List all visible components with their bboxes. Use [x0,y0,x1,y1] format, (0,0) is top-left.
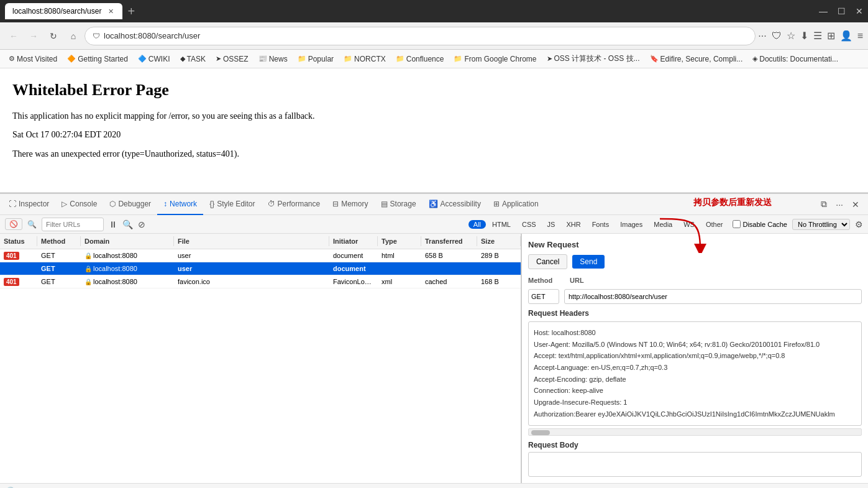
bookmark-docutils[interactable]: ◈ Docutils: Documentati... [749,53,842,65]
security-icon: 🛡 [93,32,100,40]
bookmark-cwiki[interactable]: 🔷 CWIKI [134,53,174,65]
filter-input[interactable] [42,218,104,231]
col-initiator[interactable]: Initiator [329,236,378,246]
bookmark-norctx[interactable]: 📁 NORCTX [340,53,390,65]
scrollbar-thumb[interactable] [531,430,550,435]
disable-cache-checkbox[interactable]: Disable Cache [733,220,787,228]
col-file[interactable]: File [174,236,329,246]
tab-console[interactable]: ▷ Console [55,194,103,215]
bookmark-news[interactable]: 📰 News [255,53,291,65]
url-input[interactable] [564,289,862,304]
shield-button[interactable]: 🛡 [772,30,782,42]
table-row[interactable]: 401 GET 🔒localhost:8080 favicon.ico Favi… [0,275,521,288]
cell-method: GET [37,262,81,275]
address-bar: ← → ↻ ⌂ 🛡 localhost:8080/search/user ···… [0,22,868,50]
cell-file: favicon.ico [174,275,329,288]
no-requests-button[interactable]: ⊘ [138,219,145,229]
bookmark-icon: 🔖 [650,55,659,63]
devtools-close-button[interactable]: ✕ [849,197,862,212]
minimize-button[interactable]: — [819,6,828,16]
body-box[interactable] [528,452,862,477]
library-button[interactable]: ☰ [813,30,822,42]
status-bar: 🕐 3 requests 457 B / 658 B transferred F… [0,483,868,489]
download-button[interactable]: ⬇ [800,30,808,42]
throttle-select[interactable]: No Throttling [792,219,850,230]
console-icon: ▷ [62,200,67,208]
profile-button[interactable]: 👤 [840,30,852,42]
bookmark-ossez[interactable]: ➤ OSSEZ [212,53,252,65]
headers-box[interactable]: Host: localhost:8080 User-Agent: Mozilla… [528,321,862,426]
cancel-button[interactable]: Cancel [528,254,567,269]
bookmark-most-visited[interactable]: ⚙ Most Visited [5,53,61,65]
devtools-more-button[interactable]: ··· [833,197,846,212]
headers-label: Request Headers [528,309,862,318]
body-label: Request Body [528,441,862,449]
lock-icon: 🔒 [85,252,92,259]
method-input[interactable] [528,289,559,304]
close-window-button[interactable]: ✕ [856,6,863,16]
cell-status [0,266,37,271]
tab-inspector[interactable]: ⛶ Inspector [2,194,55,215]
bookmark-label: Most Visited [17,55,57,63]
bookmarks-bar: ⚙ Most Visited 🔶 Getting Started 🔷 CWIKI… [0,50,868,68]
col-transferred[interactable]: Transferred [421,236,477,246]
tab-network[interactable]: ↕ Network [157,194,203,215]
tab-accessibility[interactable]: ♿ Accessibility [423,194,487,215]
tab-storage[interactable]: ▤ Storage [375,194,423,215]
more-button[interactable]: ··· [758,30,766,42]
forward-button[interactable]: → [25,27,42,45]
tab-application[interactable]: ⊞ Application [487,194,545,215]
bookmark-task[interactable]: ◆ TASK [176,53,209,65]
pause-button[interactable]: ⏸ [109,219,117,229]
new-tab-button[interactable]: + [127,4,135,19]
extensions-button[interactable]: ⊞ [827,30,835,42]
clear-button[interactable]: 🚫 [5,218,22,230]
filter-css[interactable]: CSS [517,220,541,229]
bookmark-confluence[interactable]: 📁 Confluence [392,53,448,65]
bookmark-oss[interactable]: ➤ OSS 计算技术 - OSS 技... [543,52,644,65]
url-bar[interactable]: 🛡 localhost:8080/search/user [85,27,756,45]
col-type[interactable]: Type [378,236,421,246]
col-domain[interactable]: Domain [81,236,174,246]
filter-images[interactable]: Images [615,220,647,229]
bookmark-icon: ◈ [752,55,757,63]
maximize-button[interactable]: ☐ [838,6,846,16]
refresh-button[interactable]: ↻ [45,27,62,45]
bookmark-getting-started[interactable]: 🔶 Getting Started [63,53,132,65]
horizontal-scrollbar[interactable] [528,428,862,436]
filter-js[interactable]: JS [542,220,560,229]
tab-close-button[interactable]: ✕ [106,7,115,16]
filter-html[interactable]: HTML [487,220,516,229]
devtools-popout-button[interactable]: ⧉ [818,196,829,212]
send-button[interactable]: Send [572,255,605,269]
table-row[interactable]: GET 🔒localhost:8080 user document [0,262,521,275]
bookmark-popular[interactable]: 📁 Popular [294,53,337,65]
bookmark-icon: 📁 [344,55,352,63]
col-size[interactable]: Size [477,236,521,246]
back-button[interactable]: ← [5,27,22,45]
filter-all[interactable]: All [468,220,486,229]
tab-debugger[interactable]: ⬡ Debugger [103,194,157,215]
application-icon: ⊞ [493,200,500,208]
tab-performance[interactable]: ⏱ Performance [262,194,327,215]
filter-xhr[interactable]: XHR [561,220,585,229]
bookmark-from-chrome[interactable]: 📁 From Google Chrome [450,53,540,65]
search-button[interactable]: 🔍 [122,219,133,229]
star-button[interactable]: ☆ [787,30,795,42]
performance-label: Performance [278,200,321,208]
tab-style-editor[interactable]: {} Style Editor [203,194,261,215]
table-row[interactable]: 401 GET 🔒localhost:8080 user document ht… [0,249,521,262]
home-button[interactable]: ⌂ [65,27,82,45]
method-url-input-row [528,289,862,304]
filter-fonts[interactable]: Fonts [587,220,614,229]
menu-button[interactable]: ≡ [857,30,863,42]
cell-method: GET [37,249,81,262]
window-controls: — ☐ ✕ [819,6,863,16]
col-method[interactable]: Method [37,236,81,246]
active-tab[interactable]: localhost:8080/search/user ✕ [5,3,122,19]
col-status[interactable]: Status [0,236,37,246]
bookmark-edifire[interactable]: 🔖 Edifire, Secure, Compli... [646,53,747,65]
tab-memory[interactable]: ⊟ Memory [326,194,374,215]
network-settings-button[interactable]: ⚙ [855,219,863,229]
bookmark-label: Getting Started [78,55,128,63]
